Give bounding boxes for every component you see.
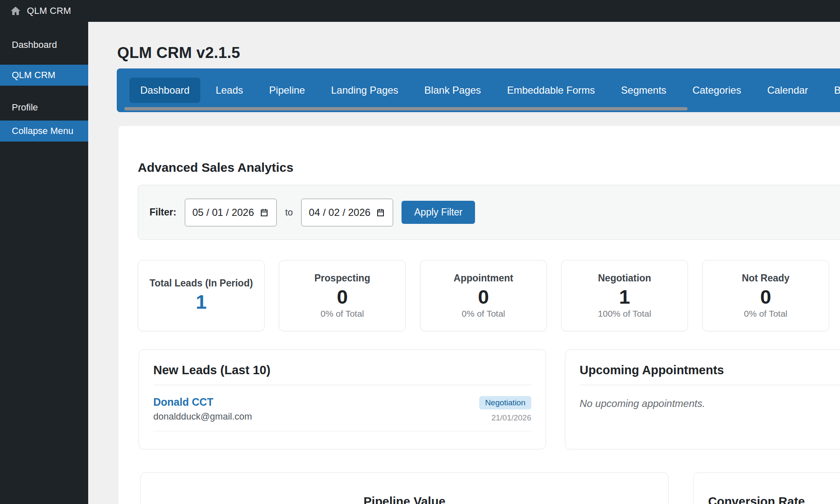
sidebar-item-label: Profile	[12, 102, 38, 113]
crm-tab-nav: Dashboard Leads Pipeline Landing Pages B…	[117, 68, 840, 112]
start-date-value: 05 / 01 / 2026	[192, 207, 254, 218]
lead-info: Donald CCT donaldduck@gmail.com	[153, 396, 252, 423]
sidebar-item-label: Collapse Menu	[12, 126, 74, 136]
stat-title: Negotiation	[598, 273, 651, 284]
sidebar: Dashboard QLM CRM Profile Collapse Menu	[0, 22, 88, 504]
filter-to-word: to	[285, 207, 293, 218]
stat-value: 0	[478, 286, 489, 308]
lead-meta: Negotiation 21/01/2026	[479, 396, 531, 423]
stat-value: 0	[337, 286, 348, 308]
date-filter-bar: Filter: 05 / 01 / 2026 to 04 / 02 / 2026…	[138, 185, 840, 240]
stat-subtitle: 100% of Total	[598, 309, 651, 319]
stat-value: 1	[196, 291, 207, 313]
tab-landing-pages[interactable]: Landing Pages	[320, 78, 409, 103]
nav-horizontal-scrollbar[interactable]	[124, 107, 688, 110]
current-item-arrow-icon	[83, 70, 93, 80]
tab-pipeline[interactable]: Pipeline	[258, 78, 316, 103]
analytics-heading: Advanced Sales Analytics	[138, 160, 294, 175]
stat-subtitle: 0% of Total	[320, 309, 364, 319]
sidebar-item-dashboard[interactable]: Dashboard	[0, 34, 88, 55]
divider	[580, 385, 840, 385]
appointments-heading: Upcoming Appointments	[580, 363, 840, 377]
content-area: QLM CRM v2.1.5 Dashboard Leads Pipeline …	[88, 22, 840, 504]
stat-card-total-leads: Total Leads (In Period) 1	[138, 260, 265, 331]
sidebar-item-profile[interactable]: Profile	[0, 97, 88, 118]
stat-title: Total Leads (In Period)	[150, 278, 253, 289]
dashboard-main-card: Advanced Sales Analytics Filter: 05 / 01…	[118, 126, 840, 504]
home-icon[interactable]	[10, 5, 21, 16]
tab-categories[interactable]: Categories	[682, 78, 752, 103]
tab-blank-pages[interactable]: Blank Pages	[413, 78, 492, 103]
lead-row: Donald CCT donaldduck@gmail.com Negotiat…	[153, 396, 531, 431]
stats-row: Total Leads (In Period) 1 Prospecting 0 …	[138, 260, 829, 331]
tab-dashboard[interactable]: Dashboard	[129, 78, 200, 103]
appointments-empty-text: No upcoming appointments.	[580, 398, 840, 410]
divider	[153, 385, 531, 385]
new-leads-panel: New Leads (Last 10) Donald CCT donaldduc…	[139, 349, 546, 449]
filter-end-date-input[interactable]: 04 / 02 / 2026	[301, 199, 393, 226]
end-date-value: 04 / 02 / 2026	[309, 207, 370, 218]
sidebar-item-qlm-crm[interactable]: QLM CRM	[0, 65, 88, 86]
lead-name-link[interactable]: Donald CCT	[153, 396, 252, 408]
admin-bar: QLM CRM	[0, 0, 840, 22]
filter-label: Filter:	[150, 207, 176, 218]
lead-email: donaldduck@gmail.com	[153, 411, 252, 422]
sidebar-item-collapse-menu[interactable]: Collapse Menu	[0, 121, 88, 142]
pipeline-value-heading: Pipeline Value	[155, 495, 654, 504]
apply-filter-button[interactable]: Apply Filter	[402, 201, 475, 224]
tab-bookings[interactable]: Bookings	[823, 78, 840, 103]
page-title: QLM CRM v2.1.5	[117, 44, 240, 62]
stat-value: 1	[619, 286, 630, 308]
calendar-icon[interactable]	[375, 207, 386, 218]
conversion-rate-panel: Conversion Rate	[693, 472, 840, 504]
sidebar-item-label: Dashboard	[12, 39, 57, 50]
stat-card-not-ready: Not Ready 0 0% of Total	[702, 260, 829, 331]
stat-card-negotiation: Negotiation 1 100% of Total	[561, 260, 688, 331]
tab-leads[interactable]: Leads	[205, 78, 254, 103]
tab-segments[interactable]: Segments	[610, 78, 677, 103]
admin-bar-site-name[interactable]: QLM CRM	[27, 5, 71, 16]
sidebar-item-label: QLM CRM	[12, 70, 55, 81]
stat-subtitle: 0% of Total	[744, 309, 788, 319]
lead-status-badge: Negotiation	[479, 396, 531, 410]
pipeline-value-panel: Pipeline Value	[140, 472, 669, 504]
stat-card-prospecting: Prospecting 0 0% of Total	[279, 260, 406, 331]
calendar-icon[interactable]	[259, 207, 269, 218]
lead-date: 21/01/2026	[479, 413, 531, 423]
stat-value: 0	[760, 286, 771, 308]
filter-start-date-input[interactable]: 05 / 01 / 2026	[185, 199, 277, 226]
stat-subtitle: 0% of Total	[462, 309, 505, 319]
stat-card-appointment: Appointment 0 0% of Total	[420, 260, 547, 331]
stat-title: Appointment	[454, 273, 513, 284]
sidebar-menu: Dashboard QLM CRM Profile Collapse Menu	[0, 22, 88, 142]
stat-title: Not Ready	[742, 273, 790, 284]
tab-embeddable-forms[interactable]: Embeddable Forms	[496, 78, 606, 103]
upcoming-appointments-panel: Upcoming Appointments No upcoming appoin…	[565, 349, 840, 449]
stat-title: Prospecting	[315, 273, 370, 284]
tab-calendar[interactable]: Calendar	[756, 78, 819, 103]
conversion-rate-heading: Conversion Rate	[708, 495, 840, 504]
new-leads-heading: New Leads (Last 10)	[153, 363, 531, 377]
